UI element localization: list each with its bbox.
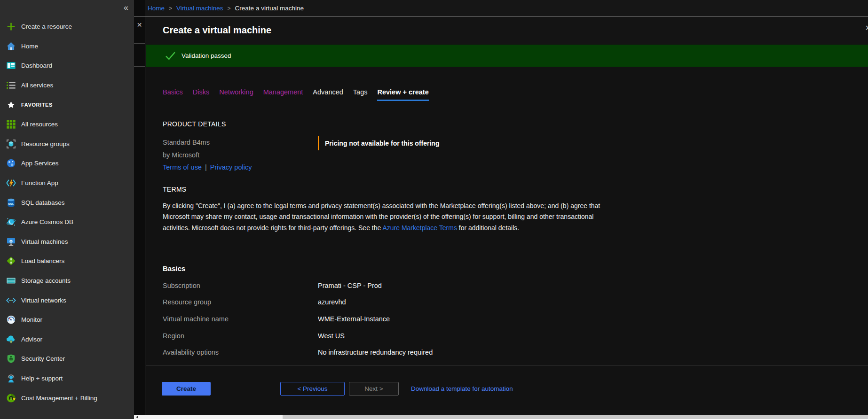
strip-divider [134,66,145,67]
terms-of-use-link[interactable]: Terms of use [163,163,202,171]
validation-banner: Validation passed [146,45,868,67]
azure-marketplace-terms-link[interactable]: Azure Marketplace Terms [382,224,457,232]
sidebar-item-label: Virtual machines [21,238,68,245]
chevron-double-left-icon[interactable]: « [124,2,128,13]
sidebar-item-app-services[interactable]: App Services [0,154,134,173]
product-details-heading: PRODUCT DETAILS [163,120,226,128]
sidebar-item-storage-accounts[interactable]: Storage accounts [0,271,134,291]
horizontal-scrollbar[interactable] [134,415,868,419]
sidebar-item-label: All services [21,82,53,89]
sidebar-item-label: All resources [21,121,58,128]
close-icon[interactable]: ✕ [134,21,145,29]
sidebar-item-monitor[interactable]: Monitor [0,310,134,330]
basics-row-subscription: SubscriptionPramati - CSP - Prod [163,277,849,294]
tab-advanced[interactable]: Advanced [313,88,343,101]
sidebar-nav: Create a resourceHomeDashboardAll servic… [0,17,134,408]
create-button[interactable]: Create [162,382,211,396]
sidebar-item-dashboard[interactable]: Dashboard [0,56,134,76]
sidebar-item-label: Azure Cosmos DB [21,218,73,225]
sidebar-item-sql-databases[interactable]: SQLSQL databases [0,193,134,212]
privacy-policy-link[interactable]: Privacy policy [210,163,252,171]
sidebar-item-label: Cost Management + Billing [21,395,97,402]
home-icon [6,41,16,51]
basics-row-resource-group: Resource groupazurevhd [163,294,849,311]
virtual-machine-icon [6,237,16,247]
next-button-disabled[interactable]: Next > [349,382,399,396]
breadcrumb-link-virtual-machines[interactable]: Virtual machines [176,5,223,12]
sidebar-item-label: Monitor [21,316,42,323]
sql-database-icon: SQL [6,198,16,208]
tab-networking[interactable]: Networking [219,88,253,101]
tab-basics[interactable]: Basics [163,88,183,101]
title-top-border [134,16,868,17]
advisor-icon [6,334,16,344]
tab-management[interactable]: Management [263,88,303,101]
close-icon[interactable]: ✕ [865,23,868,32]
basics-row-value: Pramati - CSP - Prod [318,282,382,289]
terms-heading: TERMS [163,186,187,193]
terms-text-after: for additional details. [457,224,519,232]
previous-button[interactable]: < Previous [280,382,345,396]
tab-disks[interactable]: Disks [193,88,209,101]
sidebar-item-label: App Services [21,160,59,167]
basics-row-label: Region [163,332,318,340]
sidebar-item-home[interactable]: Home [0,37,134,56]
virtual-network-icon [6,295,16,305]
sidebar-item-label: Virtual networks [21,297,66,304]
sidebar-item-label: Create a resource [21,23,72,30]
basics-heading: Basics [163,264,185,272]
breadcrumb-link-home[interactable]: Home [148,5,165,12]
sidebar-item-resource-groups[interactable]: Resource groups [0,134,134,154]
dashboard-icon [6,61,16,70]
sidebar-item-label: SQL databases [21,199,65,206]
app-services-icon [6,158,16,168]
tab-tags[interactable]: Tags [353,88,368,101]
function-app-icon [6,178,16,188]
basics-row-label: Virtual machine name [163,315,318,323]
sidebar-item-label: Advisor [21,336,42,343]
terms-paragraph: By clicking "Create", I (a) agree to the… [163,201,609,233]
basics-row-value: azurevhd [318,298,346,306]
sidebar-item-help-support[interactable]: Help + support [0,369,134,388]
sidebar-item-azure-cosmos-db[interactable]: Azure Cosmos DB [0,212,134,232]
sidebar-item-load-balancers[interactable]: Load balancers [0,251,134,271]
sidebar-item-label: Home [21,43,38,50]
sidebar-item-function-app[interactable]: Function App [0,173,134,193]
storage-account-icon [6,276,16,286]
cost-billing-icon: $ [6,393,16,403]
sidebar-item-advisor[interactable]: Advisor [0,330,134,349]
plus-icon [6,22,16,31]
collapsed-blade-strip: ✕ [134,0,145,415]
footer-divider [146,365,868,365]
sidebar-item-create-a-resource[interactable]: Create a resource [0,17,134,37]
security-shield-icon [6,354,16,364]
strip-divider [134,43,145,44]
sidebar-item-label: Load balancers [21,257,64,264]
link-separator: | [202,163,210,171]
chevron-right-icon: > [223,5,235,12]
sidebar-item-all-resources[interactable]: All resources [0,115,134,134]
terms-text-before: By clicking "Create", I (a) agree to the… [163,202,600,232]
azure-portal: « Create a resourceHomeDashboardAll serv… [0,0,868,419]
sidebar-item-label: Resource groups [21,140,70,147]
sidebar-item-label: Security Center [21,355,65,362]
sidebar-item-virtual-networks[interactable]: Virtual networks [0,290,134,310]
download-template-link[interactable]: Download a template for automation [411,382,513,396]
svg-text:$: $ [10,396,12,400]
chevron-right-icon: > [165,5,176,12]
help-support-icon [6,373,16,383]
basics-summary: SubscriptionPramati - CSP - ProdResource… [163,277,849,361]
product-name: Standard B4ms [163,139,210,146]
product-links: Terms of use|Privacy policy [163,163,252,171]
tab-review-create[interactable]: Review + create [377,88,428,101]
sidebar-item-security-center[interactable]: Security Center [0,349,134,369]
cosmos-db-icon [6,217,16,227]
star-icon [7,101,15,109]
sidebar-item-cost-management-billing[interactable]: $Cost Management + Billing [0,388,134,408]
horizontal-scrollbar-thumb[interactable] [134,415,283,419]
basics-row-value: West US [318,332,345,340]
basics-row-label: Subscription [163,282,318,289]
sidebar-item-label: Help + support [21,375,63,382]
sidebar-item-virtual-machines[interactable]: Virtual machines [0,232,134,252]
sidebar-item-all-services[interactable]: All services [0,76,134,95]
